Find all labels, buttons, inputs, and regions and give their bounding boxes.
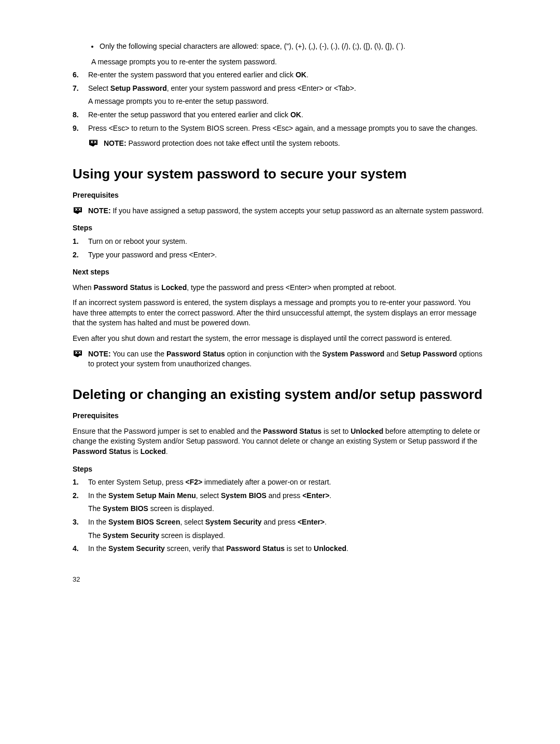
paragraph: Even after you shut down and restart the… bbox=[73, 334, 487, 344]
note-callout: NOTE: Password protection does not take … bbox=[88, 139, 487, 149]
step-text: Turn on or reboot your system. bbox=[88, 237, 487, 247]
step-number: 4. bbox=[73, 544, 88, 554]
step-item: 1. Turn on or reboot your system. bbox=[73, 237, 487, 247]
note-icon bbox=[88, 139, 99, 147]
step-item: 2. In the System Setup Main Menu, select… bbox=[73, 491, 487, 514]
subheading-steps: Steps bbox=[73, 464, 487, 475]
step-number: 6. bbox=[73, 70, 88, 80]
step-item: 1. To enter System Setup, press <F2> imm… bbox=[73, 477, 487, 488]
subheading-prerequisites: Prerequisites bbox=[73, 190, 487, 201]
note-text: NOTE: If you have assigned a setup passw… bbox=[88, 206, 487, 216]
step-text: Re-enter the setup password that you ent… bbox=[88, 110, 487, 120]
list-item-text: Only the following special characters ar… bbox=[100, 42, 405, 52]
step-item: 2. Type your password and press <Enter>. bbox=[73, 250, 487, 260]
step-item: 8. Re-enter the setup password that you … bbox=[73, 110, 487, 120]
step-number: 1. bbox=[73, 237, 88, 247]
step-text: Type your password and press <Enter>. bbox=[88, 250, 487, 260]
bullet-icon bbox=[91, 46, 93, 48]
paragraph: If an incorrect system password is enter… bbox=[73, 298, 487, 328]
step-text: To enter System Setup, press <F2> immedi… bbox=[88, 477, 487, 488]
step-text: In the System Setup Main Menu, select Sy… bbox=[88, 491, 487, 514]
subheading-prerequisites: Prerequisites bbox=[73, 411, 487, 421]
paragraph: When Password Status is Locked, type the… bbox=[73, 283, 487, 293]
step-item: 3. In the System BIOS Screen, select Sys… bbox=[73, 517, 487, 541]
subheading-next-steps: Next steps bbox=[73, 267, 487, 278]
subheading-steps: Steps bbox=[73, 223, 487, 233]
paragraph: A message prompts you to re-enter the sy… bbox=[91, 57, 487, 67]
note-text: NOTE: You can use the Password Status op… bbox=[88, 349, 487, 369]
step-item: 9. Press <Esc> to return to the System B… bbox=[73, 123, 487, 134]
note-icon bbox=[73, 206, 83, 215]
page-number: 32 bbox=[73, 575, 487, 584]
step-number: 3. bbox=[73, 517, 88, 528]
paragraph: Ensure that the Password jumper is set t… bbox=[73, 426, 487, 457]
step-item: 6. Re-enter the system password that you… bbox=[73, 70, 487, 80]
step-number: 9. bbox=[73, 123, 88, 134]
step-number: 2. bbox=[73, 250, 88, 260]
note-icon bbox=[73, 350, 83, 358]
list-item: Only the following special characters ar… bbox=[91, 42, 487, 52]
step-text: In the System BIOS Screen, select System… bbox=[88, 517, 487, 541]
step-text: In the System Security screen, verify th… bbox=[88, 544, 487, 554]
step-number: 7. bbox=[73, 84, 88, 94]
step-item: 4. In the System Security screen, verify… bbox=[73, 544, 487, 554]
step-text: Press <Esc> to return to the System BIOS… bbox=[88, 123, 487, 134]
note-callout: NOTE: If you have assigned a setup passw… bbox=[73, 206, 487, 216]
section-heading: Using your system password to secure you… bbox=[73, 164, 487, 183]
step-item: 7. Select Setup Password, enter your sys… bbox=[73, 84, 487, 107]
step-number: 1. bbox=[73, 477, 88, 488]
step-text: Select Setup Password, enter your system… bbox=[88, 84, 487, 107]
step-text: Re-enter the system password that you en… bbox=[88, 70, 487, 80]
step-number: 2. bbox=[73, 491, 88, 501]
step-number: 8. bbox=[73, 110, 88, 120]
note-callout: NOTE: You can use the Password Status op… bbox=[73, 349, 487, 369]
section-heading: Deleting or changing an existing system … bbox=[73, 385, 487, 404]
note-text: NOTE: Password protection does not take … bbox=[104, 139, 487, 149]
